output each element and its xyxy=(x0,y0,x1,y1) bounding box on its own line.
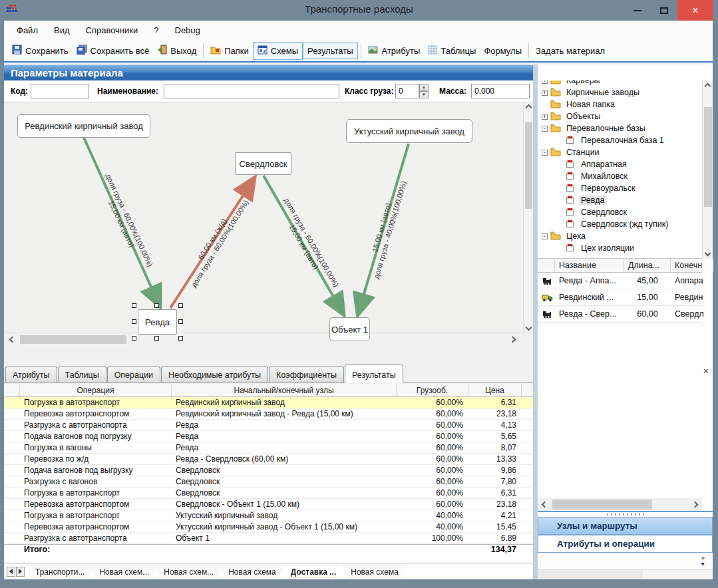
sheet-tab-Новая схема[interactable]: Новая схема xyxy=(341,565,408,578)
diagram-node-selected[interactable]: Ревда xyxy=(138,309,177,335)
results-header-Операция[interactable]: Операция xyxy=(20,384,172,396)
outlook-splitter[interactable] xyxy=(538,511,713,517)
routes-hscrollbar[interactable] xyxy=(538,498,702,511)
tree-expander-icon[interactable]: - xyxy=(542,150,548,156)
tree-item-Объекты[interactable]: +Объекты xyxy=(538,110,702,122)
results-header-Цена[interactable]: Цена xyxy=(468,384,522,396)
cargo-class-spinner[interactable]: ▲▼ xyxy=(419,84,429,98)
results-header-Грузооб.[interactable]: Грузооб. xyxy=(397,384,468,396)
results-row[interactable]: Погрузка в автотранспортСвердловск60,00%… xyxy=(4,488,533,499)
save-button[interactable]: Сохранить xyxy=(8,42,73,59)
menu-item-Файл[interactable]: Файл xyxy=(9,23,45,38)
tree-item-Первоуральск[interactable]: +Первоуральск xyxy=(538,182,702,194)
results-row[interactable]: Перевозка автотранспортомУктусский кирпи… xyxy=(4,521,533,533)
diagram-node[interactable]: Объект 1 xyxy=(329,317,370,341)
node-icon xyxy=(565,183,576,194)
tree-expander-icon[interactable]: + xyxy=(542,90,548,96)
row-gutter xyxy=(4,454,20,464)
tree-vscrollbar[interactable] xyxy=(702,80,713,259)
close-button[interactable]: × xyxy=(677,0,713,21)
sheet-tab-Новая схем...[interactable]: Новая схем... xyxy=(90,565,158,578)
menu-item-Вид[interactable]: Вид xyxy=(47,23,77,38)
nav-attributes-operations-button[interactable]: Атрибуты и операции xyxy=(538,535,713,553)
tab-Операции[interactable]: Операции xyxy=(107,367,160,382)
tree-item-Карьеры[interactable]: +Карьеры xyxy=(538,80,702,86)
tab-Коэффициенты[interactable]: Коэффициенты xyxy=(269,367,344,382)
tree-expander-icon[interactable]: - xyxy=(542,126,548,132)
routes-header-Название[interactable]: Название xyxy=(555,259,624,272)
results-row[interactable]: Перевозка автотранспортомРевдинский кирп… xyxy=(4,408,533,420)
mass-input[interactable] xyxy=(471,84,530,98)
tree-item-Свердловск[interactable]: +Свердловск xyxy=(538,206,702,218)
tree-item-Новая папка[interactable]: +Новая папка xyxy=(538,98,702,110)
nav-nodes-routes-button[interactable]: Узлы и маршруты xyxy=(538,517,713,535)
overflow-chevron-icon[interactable]: »▾ xyxy=(701,555,705,567)
cargo-class-label: Класс груза: xyxy=(345,86,393,96)
diagram-node[interactable]: Ревдинский кирпичный завод xyxy=(17,114,150,138)
tree-expander-icon[interactable]: + xyxy=(542,80,548,84)
results-row[interactable]: Погрузка в вагоныРевда60,00%8,07 xyxy=(4,442,533,454)
menu-item-?[interactable]: ? xyxy=(146,23,166,38)
folders-button[interactable]: Папки xyxy=(206,43,253,59)
results-row[interactable]: Разгрузка с автотранспортаРевда60,00%4,1… xyxy=(4,420,533,431)
sheet-tab-Новая схема[interactable]: Новая схема xyxy=(219,565,285,578)
tab-Таблицы[interactable]: Таблицы xyxy=(58,367,106,382)
cargo-class-input[interactable] xyxy=(395,84,419,98)
panel-splitter[interactable] xyxy=(533,65,538,579)
tree-item-Кирпичные заводы[interactable]: +Кирпичные заводы xyxy=(538,86,702,98)
results-row[interactable]: Подача вагонов под выгрузкуСвердловск60,… xyxy=(4,465,533,476)
routes-row[interactable]: Ревда - Аппа...45,00Аппара xyxy=(538,273,702,289)
tree-expander-icon[interactable]: - xyxy=(542,233,548,239)
sheet-tab-Транспорти...[interactable]: Транспорти... xyxy=(26,565,94,578)
save-all-button[interactable]: Сохранить всё xyxy=(73,42,154,59)
scheme-canvas[interactable]: доля груза - 60,00%(100,00%)15,00 км (ав… xyxy=(4,102,533,345)
results-toggle[interactable]: Результаты xyxy=(303,43,357,59)
tree-item-Перевалочная база 1[interactable]: +Перевалочная база 1 xyxy=(538,134,702,146)
results-row[interactable]: Разгрузка с автотранспортаОбъект 1100,00… xyxy=(4,533,533,544)
sheet-tab-Новая схем...[interactable]: Новая схем... xyxy=(154,565,223,578)
tree-item-Станции[interactable]: -Станции xyxy=(538,146,702,158)
price-cell: 8,07 xyxy=(468,442,522,453)
results-row[interactable]: Погрузка в автотранспортРевдинский кирпи… xyxy=(4,397,533,408)
sheet-next-button[interactable] xyxy=(16,567,25,577)
results-row[interactable]: Погрузка в автотранспортУктусский кирпич… xyxy=(4,510,533,521)
results-header-Начальный/конечный узлы[interactable]: Начальный/конечный узлы xyxy=(172,384,397,396)
attributes-button[interactable]: Атрибуты xyxy=(364,43,425,59)
schemes-toggle[interactable]: Схемы xyxy=(253,42,303,60)
routes-row[interactable]: Ревда - Свер...60,00Свердл xyxy=(538,306,702,323)
menu-item-Справочники[interactable]: Справочники xyxy=(79,23,146,38)
name-input[interactable] xyxy=(164,84,339,98)
tree-item-Аппаратная[interactable]: +Аппаратная xyxy=(538,158,702,170)
tab-Результаты[interactable]: Результаты xyxy=(345,365,403,383)
tab-Атрибуты[interactable]: Атрибуты xyxy=(5,367,57,382)
results-row[interactable]: Перевозка автотранспортомСвердловск - Об… xyxy=(4,499,533,510)
tree-item-Цех изоляции[interactable]: +Цех изоляции xyxy=(538,242,702,254)
sheet-tab-Доставка ...[interactable]: Доставка ... xyxy=(281,565,345,578)
results-row[interactable]: Подача вагонов под погрузкуРевда60,00%5,… xyxy=(4,431,533,442)
diagram-node[interactable]: Свердловск xyxy=(235,152,291,175)
tables-button[interactable]: Таблицы xyxy=(424,43,480,59)
detail-tabs-close-icon[interactable]: × xyxy=(703,366,709,376)
routes-header-Конечн[interactable]: Конечн xyxy=(671,259,713,272)
set-material-button[interactable]: Задать материал xyxy=(532,43,609,59)
results-row[interactable]: Перевозка по ж/дРевда - Свердловск (60,0… xyxy=(4,454,533,465)
tree-item-Перевалочные базы[interactable]: -Перевалочные базы xyxy=(538,122,702,134)
tab-Необходимые атрибуты[interactable]: Необходимые атрибуты xyxy=(161,367,268,382)
tree-expander-icon[interactable]: + xyxy=(542,114,548,120)
formulas-button[interactable]: Формулы xyxy=(480,43,526,59)
nav-overflow-row[interactable]: »▾ xyxy=(538,553,713,570)
tree-item-Цеха[interactable]: -Цеха xyxy=(538,230,702,242)
sheet-prev-button[interactable] xyxy=(7,567,15,577)
tree-item-Свердловск (жд тупик)[interactable]: +Свердловск (жд тупик) xyxy=(538,218,702,230)
diagram-node[interactable]: Уктусский кирпичный завод xyxy=(346,119,472,143)
code-input[interactable] xyxy=(31,84,89,98)
results-row[interactable]: Разгрузка с вагоновСвердловск60,00%7,80 xyxy=(4,476,533,488)
routes-header-Длина...[interactable]: Длина... xyxy=(624,259,671,272)
menu-item-Debug[interactable]: Debug xyxy=(168,23,208,38)
minimize-button[interactable] xyxy=(624,0,651,21)
maximize-button[interactable] xyxy=(651,0,677,21)
tree-item-Михайловск[interactable]: +Михайловск xyxy=(538,170,702,182)
tree-item-Ревда[interactable]: +Ревда xyxy=(538,194,702,206)
exit-button[interactable]: Выход xyxy=(153,42,200,59)
routes-row[interactable]: Ревдинский ...15,00Ревдин xyxy=(538,289,702,306)
